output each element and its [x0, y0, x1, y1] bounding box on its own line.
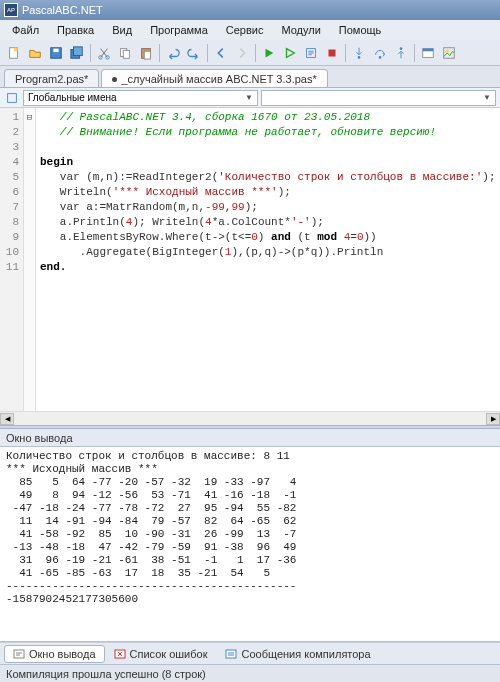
chevron-down-icon: ▼ [483, 93, 491, 102]
nav-back-icon[interactable] [211, 43, 231, 63]
tab-label: _случайный массив ABC.NET 3.3.pas* [121, 73, 316, 85]
toolbar-separator [414, 44, 415, 62]
chevron-down-icon: ▼ [245, 93, 253, 102]
svg-rect-1 [14, 47, 18, 51]
svg-point-16 [400, 47, 403, 50]
navigation-bar: Глобальные имена ▼ ▼ [0, 88, 500, 108]
line-number-gutter: 1234567891011 [0, 108, 24, 411]
code-editor[interactable]: 1234567891011 ⊟ // PascalABC.NET 3.4, сб… [0, 108, 500, 411]
toolbar [0, 40, 500, 66]
step-out-icon[interactable] [391, 43, 411, 63]
open-file-icon[interactable] [25, 43, 45, 63]
copy-icon[interactable] [115, 43, 135, 63]
scroll-left-icon[interactable]: ◀ [0, 413, 14, 425]
svg-point-15 [379, 56, 382, 59]
bottom-tab-errors[interactable]: Список ошибок [105, 645, 217, 663]
menu-edit[interactable]: Правка [49, 22, 102, 38]
svg-rect-3 [53, 48, 58, 52]
undo-icon[interactable] [163, 43, 183, 63]
svg-rect-18 [423, 48, 434, 51]
compiler-icon [225, 648, 237, 660]
svg-rect-13 [329, 49, 336, 56]
svg-rect-11 [144, 51, 150, 59]
nav-forward-icon[interactable] [232, 43, 252, 63]
menu-help[interactable]: Помощь [331, 22, 390, 38]
scope-combo[interactable]: Глобальные имена ▼ [23, 90, 258, 106]
status-text: Компиляция прошла успешно (8 строк) [6, 668, 206, 680]
toolbar-separator [159, 44, 160, 62]
editor-h-scrollbar[interactable]: ◀ ▶ [0, 411, 500, 425]
combo-value: Глобальные имена [28, 92, 117, 103]
cut-icon[interactable] [94, 43, 114, 63]
output-title: Окно вывода [6, 432, 73, 444]
errors-icon [114, 648, 126, 660]
modified-dot-icon [112, 77, 117, 82]
svg-rect-22 [14, 650, 24, 658]
form-designer-icon[interactable] [418, 43, 438, 63]
tab-label: Сообщения компилятора [241, 648, 370, 660]
code-area[interactable]: // PascalABC.NET 3.4, сборка 1670 от 23.… [36, 108, 500, 411]
svg-rect-9 [123, 50, 129, 58]
toolbar-separator [345, 44, 346, 62]
run-no-debug-icon[interactable] [280, 43, 300, 63]
window-title: PascalABC.NET [22, 4, 103, 16]
paste-icon[interactable] [136, 43, 156, 63]
bottom-tab-compiler[interactable]: Сообщения компилятора [216, 645, 379, 663]
toolbar-separator [90, 44, 91, 62]
svg-rect-19 [444, 47, 455, 58]
file-tabs: Program2.pas* _случайный массив ABC.NET … [0, 66, 500, 88]
nav-icon[interactable] [4, 90, 20, 106]
menu-file[interactable]: Файл [4, 22, 47, 38]
titlebar: AP PascalABC.NET [0, 0, 500, 20]
svg-rect-5 [74, 46, 83, 55]
toolbar-separator [207, 44, 208, 62]
tab-label: Program2.pas* [15, 73, 88, 85]
tab-label: Список ошибок [130, 648, 208, 660]
menu-view[interactable]: Вид [104, 22, 140, 38]
menu-service[interactable]: Сервис [218, 22, 272, 38]
bottom-tab-output[interactable]: Окно вывода [4, 645, 105, 663]
draw-icon[interactable] [439, 43, 459, 63]
new-file-icon[interactable] [4, 43, 24, 63]
statusbar: Компиляция прошла успешно (8 строк) [0, 664, 500, 682]
app-icon: AP [4, 3, 18, 17]
svg-point-14 [358, 56, 361, 59]
save-icon[interactable] [46, 43, 66, 63]
file-tab-active[interactable]: _случайный массив ABC.NET 3.3.pas* [101, 69, 327, 87]
run-icon[interactable] [259, 43, 279, 63]
redo-icon[interactable] [184, 43, 204, 63]
compile-icon[interactable] [301, 43, 321, 63]
tab-label: Окно вывода [29, 648, 96, 660]
file-tab[interactable]: Program2.pas* [4, 69, 99, 87]
output-panel-header: Окно вывода [0, 429, 500, 447]
menubar: Файл Правка Вид Программа Сервис Модули … [0, 20, 500, 40]
stop-icon[interactable] [322, 43, 342, 63]
member-combo[interactable]: ▼ [261, 90, 496, 106]
output-icon [13, 648, 25, 660]
menu-modules[interactable]: Модули [273, 22, 328, 38]
step-into-icon[interactable] [349, 43, 369, 63]
step-over-icon[interactable] [370, 43, 390, 63]
svg-rect-24 [226, 650, 236, 658]
output-panel[interactable]: Количество строк и столбцов в массиве: 8… [0, 447, 500, 642]
save-all-icon[interactable] [67, 43, 87, 63]
bottom-tabs: Окно вывода Список ошибок Сообщения комп… [0, 642, 500, 664]
toolbar-separator [255, 44, 256, 62]
menu-program[interactable]: Программа [142, 22, 216, 38]
svg-rect-21 [8, 93, 17, 102]
scroll-right-icon[interactable]: ▶ [486, 413, 500, 425]
fold-gutter[interactable]: ⊟ [24, 108, 36, 411]
